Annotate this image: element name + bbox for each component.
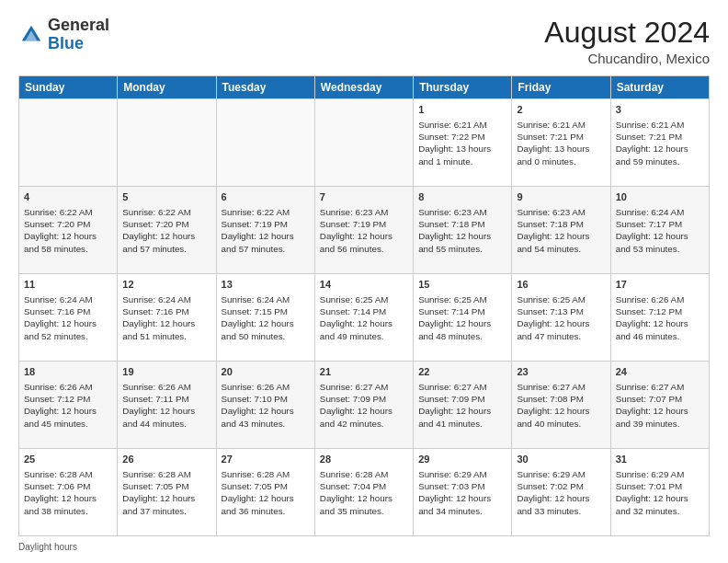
calendar-table: SundayMondayTuesdayWednesdayThursdayFrid… [18,75,710,536]
week-row-0: 1Sunrise: 6:21 AMSunset: 7:22 PMDaylight… [19,99,710,187]
day-number: 20 [222,365,310,379]
calendar-cell-4-5: 30Sunrise: 6:29 AMSunset: 7:02 PMDayligh… [512,449,610,536]
logo-icon [18,22,44,48]
calendar-cell-3-4: 22Sunrise: 6:27 AMSunset: 7:09 PMDayligh… [414,362,512,449]
calendar-cell-2-6: 17Sunrise: 6:26 AMSunset: 7:12 PMDayligh… [610,274,709,362]
calendar-cell-1-1: 5Sunrise: 6:22 AMSunset: 7:20 PMDaylight… [118,187,216,274]
day-info: Sunrise: 6:24 AMSunset: 7:16 PMDaylight:… [24,293,112,342]
day-number: 4 [24,190,112,204]
day-number: 26 [122,453,210,466]
day-info: Sunrise: 6:28 AMSunset: 7:06 PMDaylight:… [24,468,112,517]
calendar-cell-0-1 [118,99,216,187]
calendar-cell-2-5: 16Sunrise: 6:25 AMSunset: 7:13 PMDayligh… [512,274,610,362]
day-number: 25 [24,453,112,466]
day-info: Sunrise: 6:23 AMSunset: 7:18 PMDaylight:… [418,206,506,255]
day-number: 23 [517,365,605,379]
day-number: 7 [320,190,408,204]
logo-text: General Blue [48,17,109,53]
day-info: Sunrise: 6:28 AMSunset: 7:04 PMDaylight:… [320,468,408,517]
day-info: Sunrise: 6:29 AMSunset: 7:01 PMDaylight:… [616,468,704,517]
day-number: 18 [24,365,112,379]
day-number: 11 [24,278,112,292]
day-number: 13 [222,278,310,292]
calendar-cell-2-1: 12Sunrise: 6:24 AMSunset: 7:16 PMDayligh… [118,274,216,362]
footer: Daylight hours [18,542,710,552]
day-number: 12 [122,278,210,292]
day-info: Sunrise: 6:21 AMSunset: 7:21 PMDaylight:… [517,119,605,167]
calendar-cell-3-5: 23Sunrise: 6:27 AMSunset: 7:08 PMDayligh… [512,362,610,449]
calendar-cell-0-3 [314,99,413,187]
day-number: 24 [616,365,704,379]
day-info: Sunrise: 6:22 AMSunset: 7:20 PMDaylight:… [24,206,112,255]
day-info: Sunrise: 6:26 AMSunset: 7:12 PMDaylight:… [616,293,704,342]
day-info: Sunrise: 6:21 AMSunset: 7:21 PMDaylight:… [616,119,704,167]
col-header-tuesday: Tuesday [216,76,314,99]
day-number: 31 [616,453,704,466]
week-row-4: 25Sunrise: 6:28 AMSunset: 7:06 PMDayligh… [19,449,710,536]
title-block: August 2024 Chucandiro, Mexico [544,17,710,66]
day-info: Sunrise: 6:27 AMSunset: 7:09 PMDaylight:… [418,381,506,430]
calendar-cell-3-6: 24Sunrise: 6:27 AMSunset: 7:07 PMDayligh… [610,362,709,449]
calendar-cell-3-1: 19Sunrise: 6:26 AMSunset: 7:11 PMDayligh… [118,362,216,449]
calendar-cell-0-2 [216,99,314,187]
calendar-cell-4-3: 28Sunrise: 6:28 AMSunset: 7:04 PMDayligh… [314,449,413,536]
day-number: 1 [418,103,506,117]
day-info: Sunrise: 6:27 AMSunset: 7:08 PMDaylight:… [517,381,605,430]
day-number: 5 [122,190,210,204]
day-info: Sunrise: 6:22 AMSunset: 7:20 PMDaylight:… [122,206,210,255]
day-info: Sunrise: 6:28 AMSunset: 7:05 PMDaylight:… [122,468,210,517]
calendar-cell-2-2: 13Sunrise: 6:24 AMSunset: 7:15 PMDayligh… [216,274,314,362]
week-row-1: 4Sunrise: 6:22 AMSunset: 7:20 PMDaylight… [19,187,710,274]
calendar-cell-4-4: 29Sunrise: 6:29 AMSunset: 7:03 PMDayligh… [414,449,512,536]
calendar-cell-3-2: 20Sunrise: 6:26 AMSunset: 7:10 PMDayligh… [216,362,314,449]
day-info: Sunrise: 6:27 AMSunset: 7:09 PMDaylight:… [320,381,408,430]
calendar-cell-2-4: 15Sunrise: 6:25 AMSunset: 7:14 PMDayligh… [414,274,512,362]
week-row-3: 18Sunrise: 6:26 AMSunset: 7:12 PMDayligh… [19,362,710,449]
calendar-cell-1-0: 4Sunrise: 6:22 AMSunset: 7:20 PMDaylight… [19,187,118,274]
day-number: 9 [517,190,605,204]
day-number: 21 [320,365,408,379]
day-number: 10 [616,190,704,204]
calendar-cell-2-3: 14Sunrise: 6:25 AMSunset: 7:14 PMDayligh… [314,274,413,362]
calendar-cell-2-0: 11Sunrise: 6:24 AMSunset: 7:16 PMDayligh… [19,274,118,362]
calendar-cell-3-3: 21Sunrise: 6:27 AMSunset: 7:09 PMDayligh… [314,362,413,449]
week-row-2: 11Sunrise: 6:24 AMSunset: 7:16 PMDayligh… [19,274,710,362]
day-info: Sunrise: 6:29 AMSunset: 7:02 PMDaylight:… [517,468,605,517]
day-number: 22 [418,365,506,379]
day-info: Sunrise: 6:24 AMSunset: 7:15 PMDaylight:… [222,293,310,342]
day-info: Sunrise: 6:23 AMSunset: 7:18 PMDaylight:… [517,206,605,255]
col-header-wednesday: Wednesday [314,76,413,99]
calendar-cell-4-2: 27Sunrise: 6:28 AMSunset: 7:05 PMDayligh… [216,449,314,536]
logo-blue-text: Blue [48,34,84,52]
col-header-monday: Monday [118,76,216,99]
day-number: 29 [418,453,506,466]
day-info: Sunrise: 6:26 AMSunset: 7:12 PMDaylight:… [24,381,112,430]
day-info: Sunrise: 6:26 AMSunset: 7:11 PMDaylight:… [122,381,210,430]
calendar-cell-3-0: 18Sunrise: 6:26 AMSunset: 7:12 PMDayligh… [19,362,118,449]
day-info: Sunrise: 6:25 AMSunset: 7:14 PMDaylight:… [418,293,506,342]
calendar-cell-0-4: 1Sunrise: 6:21 AMSunset: 7:22 PMDaylight… [414,99,512,187]
calendar-header-row: SundayMondayTuesdayWednesdayThursdayFrid… [19,76,710,99]
calendar-cell-1-2: 6Sunrise: 6:22 AMSunset: 7:19 PMDaylight… [216,187,314,274]
day-number: 30 [517,453,605,466]
day-info: Sunrise: 6:25 AMSunset: 7:13 PMDaylight:… [517,293,605,342]
calendar-cell-4-6: 31Sunrise: 6:29 AMSunset: 7:01 PMDayligh… [610,449,709,536]
day-info: Sunrise: 6:24 AMSunset: 7:17 PMDaylight:… [616,206,704,255]
location: Chucandiro, Mexico [544,51,710,66]
logo: General Blue [18,17,109,53]
calendar-cell-4-0: 25Sunrise: 6:28 AMSunset: 7:06 PMDayligh… [19,449,118,536]
calendar-cell-1-4: 8Sunrise: 6:23 AMSunset: 7:18 PMDaylight… [414,187,512,274]
col-header-sunday: Sunday [19,76,118,99]
calendar-cell-4-1: 26Sunrise: 6:28 AMSunset: 7:05 PMDayligh… [118,449,216,536]
day-info: Sunrise: 6:24 AMSunset: 7:16 PMDaylight:… [122,293,210,342]
daylight-label: Daylight hours [18,542,77,552]
col-header-thursday: Thursday [414,76,512,99]
calendar-cell-0-6: 3Sunrise: 6:21 AMSunset: 7:21 PMDaylight… [610,99,709,187]
day-info: Sunrise: 6:29 AMSunset: 7:03 PMDaylight:… [418,468,506,517]
calendar-cell-1-6: 10Sunrise: 6:24 AMSunset: 7:17 PMDayligh… [610,187,709,274]
month-year: August 2024 [544,17,710,49]
calendar-cell-0-5: 2Sunrise: 6:21 AMSunset: 7:21 PMDaylight… [512,99,610,187]
day-info: Sunrise: 6:26 AMSunset: 7:10 PMDaylight:… [222,381,310,430]
day-number: 14 [320,278,408,292]
day-number: 6 [222,190,310,204]
